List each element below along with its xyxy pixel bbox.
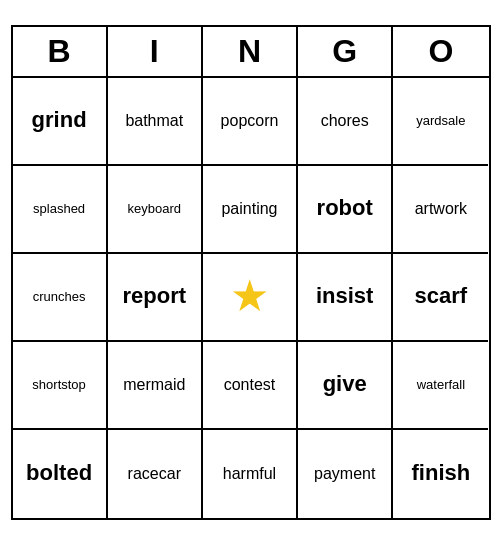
bingo-cell-13: insist (298, 254, 393, 342)
bingo-cell-0: grind (13, 78, 108, 166)
bingo-header: BINGO (13, 27, 489, 78)
bingo-cell-11: report (108, 254, 203, 342)
bingo-cell-22: harmful (203, 430, 298, 518)
cell-text-19: waterfall (417, 377, 465, 393)
cell-text-9: artwork (415, 199, 467, 218)
bingo-grid: grindbathmatpopcornchoresyardsalesplashe… (13, 78, 489, 518)
cell-text-11: report (123, 283, 187, 309)
bingo-cell-2: popcorn (203, 78, 298, 166)
cell-text-21: racecar (128, 464, 181, 483)
bingo-cell-14: scarf (393, 254, 488, 342)
bingo-cell-19: waterfall (393, 342, 488, 430)
free-space-star: ★ (230, 270, 269, 323)
cell-text-1: bathmat (125, 111, 183, 130)
cell-text-8: robot (317, 195, 373, 221)
bingo-cell-4: yardsale (393, 78, 488, 166)
cell-text-20: bolted (26, 460, 92, 486)
bingo-cell-18: give (298, 342, 393, 430)
cell-text-10: crunches (33, 289, 86, 305)
cell-text-23: payment (314, 464, 375, 483)
bingo-cell-20: bolted (13, 430, 108, 518)
bingo-cell-6: keyboard (108, 166, 203, 254)
bingo-cell-3: chores (298, 78, 393, 166)
cell-text-5: splashed (33, 201, 85, 217)
bingo-cell-16: mermaid (108, 342, 203, 430)
bingo-cell-12: ★ (203, 254, 298, 342)
cell-text-24: finish (412, 460, 471, 486)
cell-text-17: contest (224, 375, 276, 394)
cell-text-13: insist (316, 283, 373, 309)
cell-text-0: grind (32, 107, 87, 133)
header-letter-o: O (393, 27, 488, 76)
cell-text-16: mermaid (123, 375, 185, 394)
bingo-cell-7: painting (203, 166, 298, 254)
header-letter-n: N (203, 27, 298, 76)
bingo-cell-1: bathmat (108, 78, 203, 166)
header-letter-i: I (108, 27, 203, 76)
cell-text-15: shortstop (32, 377, 85, 393)
header-letter-g: G (298, 27, 393, 76)
bingo-cell-5: splashed (13, 166, 108, 254)
bingo-cell-24: finish (393, 430, 488, 518)
cell-text-2: popcorn (221, 111, 279, 130)
bingo-cell-8: robot (298, 166, 393, 254)
bingo-cell-21: racecar (108, 430, 203, 518)
bingo-card: BINGO grindbathmatpopcornchoresyardsales… (11, 25, 491, 520)
bingo-cell-17: contest (203, 342, 298, 430)
cell-text-6: keyboard (128, 201, 181, 217)
cell-text-4: yardsale (416, 113, 465, 129)
cell-text-7: painting (221, 199, 277, 218)
bingo-cell-23: payment (298, 430, 393, 518)
cell-text-14: scarf (415, 283, 468, 309)
cell-text-3: chores (321, 111, 369, 130)
bingo-cell-9: artwork (393, 166, 488, 254)
cell-text-18: give (323, 371, 367, 397)
bingo-cell-10: crunches (13, 254, 108, 342)
bingo-cell-15: shortstop (13, 342, 108, 430)
cell-text-22: harmful (223, 464, 276, 483)
header-letter-b: B (13, 27, 108, 76)
